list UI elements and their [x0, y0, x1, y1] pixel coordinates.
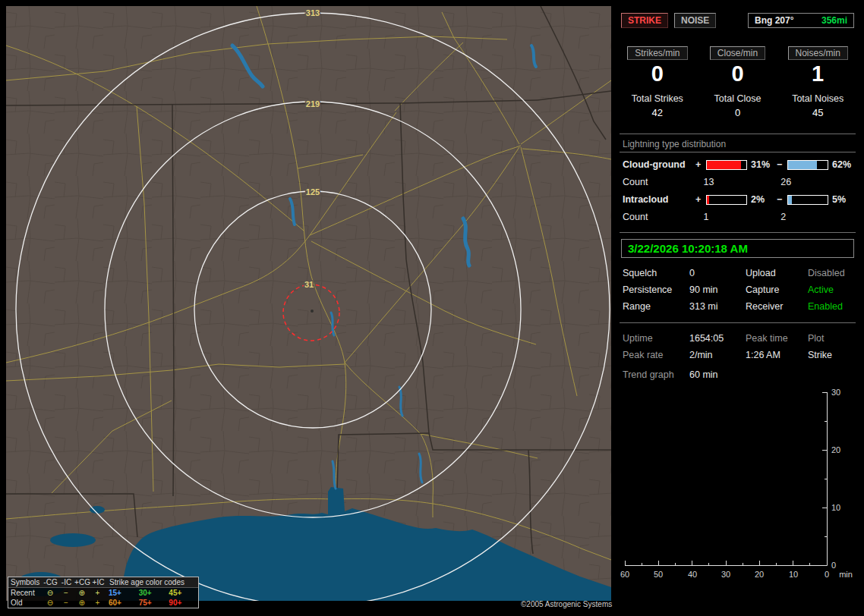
clock-display: 3/22/2026 10:20:18 AM — [621, 239, 854, 258]
age-75: 75+ — [136, 599, 166, 607]
peak-rate-label: Peak rate — [623, 350, 689, 360]
legend-age-title: Strike age color codes — [106, 578, 196, 586]
age-15: 15+ — [106, 589, 136, 597]
intracloud-row: Intracloud + 2% − 5% — [623, 194, 858, 205]
divider — [620, 134, 856, 134]
close-per-min-value: 0 — [731, 61, 743, 86]
persistence-label: Persistence — [623, 284, 689, 295]
y-tick-10: 10 — [831, 503, 840, 512]
total-close-label: Total Close — [714, 93, 762, 104]
pos-cg-recent-icon: ⊕ — [74, 589, 90, 597]
total-strikes-label: Total Strikes — [632, 93, 683, 104]
bearing-range-value: 356mi — [821, 15, 847, 26]
cloud-ground-negative-bar — [787, 160, 828, 170]
strike-button[interactable]: STRIKE — [621, 13, 668, 28]
intracloud-negative-bar — [787, 195, 828, 205]
legend-recent-row: Recent ⊖ − ⊕ + 15+ 30+ 45+ — [8, 588, 198, 598]
intracloud-positive-pct: 2% — [751, 194, 777, 205]
pos-ic-old-icon: + — [90, 599, 106, 607]
legend-symbols-title: Symbols — [11, 578, 43, 586]
cloud-ground-negative-pct: 62% — [832, 159, 858, 170]
bearing-label: Bng 207° — [755, 15, 793, 26]
total-strikes-value: 42 — [652, 107, 663, 118]
status-grid: Uptime 1654:05 Peak time Plot Peak rate … — [623, 333, 858, 360]
x-tick-30: 30 — [721, 570, 730, 579]
x-tick-50: 50 — [654, 570, 663, 579]
strikes-rate-cell: Strikes/min 0 Total Strikes 42 — [617, 46, 698, 118]
peak-rate-value: 2/min — [689, 350, 746, 360]
cloud-ground-count-row: Count 13 26 — [623, 177, 858, 187]
cloud-ground-row: Cloud-ground + 31% − 62% — [623, 159, 858, 170]
noise-button[interactable]: NOISE — [674, 13, 716, 28]
uptime-label: Uptime — [623, 333, 689, 344]
total-noises-label: Total Noises — [792, 93, 844, 104]
y-tick-30: 30 — [831, 388, 840, 397]
trend-graph: 30 20 10 0 60 50 40 30 20 10 0 min — [617, 386, 858, 589]
legend-col-pos-ic: +IC — [90, 578, 106, 586]
trend-axis-labels: 30 20 10 0 60 50 40 30 20 10 0 min — [620, 388, 853, 579]
legend-old-label: Old — [11, 599, 43, 607]
close-per-min-button[interactable]: Close/min — [710, 46, 765, 60]
copyright-text: ©2005 Astrogenic Systems — [521, 600, 612, 608]
intracloud-positive-count: 1 — [704, 212, 781, 222]
x-tick-40: 40 — [688, 570, 697, 579]
strike-legend: Symbols -CG -IC +CG +IC Strike age color… — [8, 577, 199, 608]
divider — [620, 322, 856, 323]
neg-cg-old-icon: ⊖ — [43, 599, 58, 607]
divider — [620, 152, 856, 152]
mode-button-row: STRIKE NOISE Bng 207° 356mi — [621, 13, 854, 28]
settings-grid: Squelch 0 Upload Disabled Persistence 90… — [623, 268, 858, 312]
bearing-display[interactable]: Bng 207° 356mi — [748, 13, 854, 28]
pos-ic-recent-icon: + — [90, 589, 106, 597]
neg-ic-old-icon: − — [58, 599, 74, 607]
cloud-ground-positive-pct: 31% — [751, 159, 777, 170]
strikes-per-min-button[interactable]: Strikes/min — [627, 46, 687, 60]
uptime-value: 1654:05 — [689, 333, 746, 344]
squelch-value: 0 — [689, 268, 746, 278]
age-60: 60+ — [106, 599, 136, 607]
total-close-value: 0 — [735, 107, 740, 118]
count-label: Count — [623, 212, 704, 222]
x-tick-0: 0 — [825, 570, 829, 579]
trend-graph-row: Trend graph 60 min — [623, 369, 858, 380]
cloud-ground-positive-count: 13 — [704, 177, 781, 187]
bar-fill — [788, 196, 792, 204]
noises-per-min-button[interactable]: Noises/min — [788, 46, 848, 60]
intracloud-negative-pct: 5% — [832, 194, 858, 205]
trend-graph-value[interactable]: 60 min — [689, 369, 858, 380]
upload-value: Disabled — [808, 268, 858, 278]
status-panel: STRIKE NOISE Bng 207° 356mi Strikes/min … — [617, 6, 858, 610]
bar-fill — [707, 161, 741, 169]
legend-col-neg-ic: -IC — [58, 578, 74, 586]
cloud-ground-positive-bar — [706, 160, 747, 170]
plot-value: Strike — [808, 350, 858, 360]
intracloud-negative-count: 2 — [780, 212, 858, 222]
capture-label: Capture — [746, 284, 808, 295]
strikes-per-min-value: 0 — [651, 61, 664, 86]
pos-cg-old-icon: ⊕ — [74, 599, 90, 607]
ring-label-31: 31 — [304, 280, 314, 289]
x-tick-10: 10 — [789, 570, 798, 579]
ring-label-125: 125 — [306, 187, 320, 196]
x-tick-60: 60 — [620, 570, 629, 579]
legend-col-pos-cg: +CG — [74, 578, 90, 586]
cloud-ground-label: Cloud-ground — [623, 159, 695, 170]
rate-counters: Strikes/min 0 Total Strikes 42 Close/min… — [617, 46, 858, 118]
receiver-value: Enabled — [808, 301, 858, 312]
legend-col-neg-cg: -CG — [43, 578, 58, 586]
squelch-label: Squelch — [623, 268, 689, 278]
y-tick-20: 20 — [831, 445, 840, 454]
map-svg: 313 219 125 31 — [6, 6, 611, 601]
age-30: 30+ — [136, 589, 166, 597]
bar-fill — [707, 196, 709, 204]
trend-graph-label: Trend graph — [623, 369, 689, 380]
neg-cg-recent-icon: ⊖ — [43, 589, 58, 597]
legend-old-row: Old ⊖ − ⊕ + 60+ 75+ 90+ — [8, 598, 198, 608]
ring-label-313: 313 — [306, 8, 320, 17]
intracloud-count-row: Count 1 2 — [623, 212, 858, 222]
plus-sign: + — [695, 194, 706, 205]
neg-ic-recent-icon: − — [58, 589, 74, 597]
receiver-location-marker — [311, 310, 314, 313]
map[interactable]: 313 219 125 31 — [6, 6, 611, 601]
peak-time-header: Peak time — [746, 333, 808, 344]
